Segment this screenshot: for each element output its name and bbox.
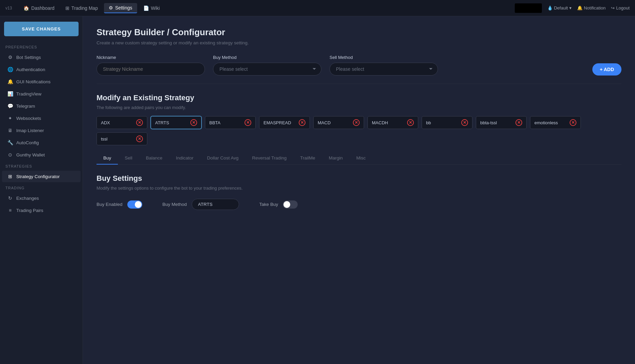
bell-icon: 🔔 <box>577 5 583 10</box>
strategy-tag-bbta-tssl[interactable]: bbta-tssl ✕ <box>476 116 527 129</box>
telegram-label: Telegram <box>16 104 35 109</box>
sidebar-item-gunthy-wallet[interactable]: ⊙ Gunthy Wallet <box>2 149 81 160</box>
nav-dashboard-label: Dashboard <box>31 5 55 11</box>
strategy-tag-remove-macd[interactable]: ✕ <box>353 119 360 126</box>
sidebar-item-telegram[interactable]: 💬 Telegram <box>2 100 81 112</box>
strategies-section-label: Strategies <box>0 161 83 170</box>
preferences-section-label: Preferences <box>0 42 83 51</box>
sidebar-item-autoconfig[interactable]: 🔧 AutoConfig <box>2 137 81 148</box>
strategy-tag-remove-bb[interactable]: ✕ <box>461 119 468 126</box>
add-strategy-button[interactable]: + ADD <box>592 63 621 76</box>
strategy-tag-macd[interactable]: MACD ✕ <box>313 116 364 129</box>
wiki-icon: 📄 <box>143 5 149 11</box>
take-buy-toggle-knob <box>283 201 290 208</box>
nav-item-dashboard[interactable]: 🏠 Dashboard <box>19 3 59 13</box>
nickname-input[interactable] <box>97 63 205 76</box>
websockets-label: Websockets <box>16 116 41 121</box>
save-changes-button[interactable]: SAVE CHANGES <box>4 22 79 36</box>
chevron-down-icon: ▾ <box>569 5 572 10</box>
tradingview-label: TradingView <box>16 91 41 97</box>
strategy-tag-adx[interactable]: ADX ✕ <box>97 116 147 129</box>
strategy-tag-emotionless[interactable]: emotionless ✕ <box>530 116 581 129</box>
gunthy-wallet-label: Gunthy Wallet <box>16 152 45 157</box>
strategy-tag-tssl[interactable]: tssl ✕ <box>97 132 147 145</box>
bell-sidebar-icon: 🔔 <box>7 79 13 84</box>
imap-listener-label: Imap Listener <box>16 128 44 133</box>
sidebar-item-authentication[interactable]: 🌐 Authentication <box>2 64 81 75</box>
strategy-tag-atrts[interactable]: ATRTS ✕ <box>151 116 202 129</box>
tab-dollar-cost-avg[interactable]: Dollar Cost Avg <box>200 152 245 165</box>
sidebar-item-imap-listener[interactable]: 🖥 Imap Listener <box>2 125 81 136</box>
nav-trading-map-label: Trading Map <box>71 5 98 11</box>
trading-pairs-label: Trading Pairs <box>16 208 43 213</box>
exchange-icon: ↻ <box>7 195 13 201</box>
strategy-tag-bb[interactable]: bb ✕ <box>422 116 472 129</box>
logout-button[interactable]: ↪ Logout <box>611 5 630 10</box>
gear-icon: ⚙ <box>7 55 13 60</box>
layout: SAVE CHANGES Preferences ⚙ Bot Settings … <box>0 16 635 364</box>
strategy-tag-label: EMASPREAD <box>263 120 295 125</box>
sidebar-item-trading-pairs[interactable]: ≡ Trading Pairs <box>2 205 81 216</box>
dashboard-icon: 🏠 <box>23 5 29 11</box>
strategy-tag-remove-bbta-tssl[interactable]: ✕ <box>515 119 522 126</box>
notification-button[interactable]: 🔔 Notification <box>577 5 606 10</box>
tab-sell[interactable]: Sell <box>118 152 139 165</box>
modify-section-title: Modify an Existing Strategy <box>97 93 621 102</box>
tab-trailme[interactable]: TrailMe <box>293 152 322 165</box>
sidebar-item-websockets[interactable]: ✦ Websockets <box>2 112 81 124</box>
top-nav: v13 🏠 Dashboard ⊞ Trading Map ⚙ Settings… <box>0 0 635 16</box>
authentication-label: Authentication <box>16 67 45 72</box>
tab-buy[interactable]: Buy <box>97 152 118 165</box>
configurator-icon: ⊞ <box>7 174 13 179</box>
nav-settings-label: Settings <box>115 5 132 10</box>
strategy-configurator-label: Strategy Configurator <box>16 174 60 179</box>
user-box[interactable] <box>515 3 542 13</box>
nav-item-wiki[interactable]: 📄 Wiki <box>139 3 165 13</box>
buy-method-value-input[interactable] <box>192 199 239 210</box>
nav-item-settings[interactable]: ⚙ Settings <box>104 3 137 13</box>
strategy-tag-remove-macdh[interactable]: ✕ <box>407 119 414 126</box>
strategy-tag-bbta[interactable]: BBTA ✕ <box>205 116 256 129</box>
buy-enabled-toggle[interactable] <box>127 200 142 209</box>
strategy-tag-remove-emaspread[interactable]: ✕ <box>299 119 305 126</box>
websocket-icon: ✦ <box>7 115 13 121</box>
buy-method-setting-label: Buy Method <box>163 202 187 207</box>
tab-indicator[interactable]: Indicator <box>169 152 200 165</box>
strategy-tag-label: ADX <box>101 120 133 125</box>
tab-balance[interactable]: Balance <box>139 152 169 165</box>
tab-reversal-trading[interactable]: Reversal Trading <box>245 152 293 165</box>
create-strategy-form: Nickname Buy Method Please select Sell M… <box>97 55 621 76</box>
sidebar-item-gui-notifications[interactable]: 🔔 GUI Notifications <box>2 76 81 87</box>
pairs-icon: ≡ <box>7 208 13 213</box>
sidebar-item-tradingview[interactable]: 📊 TradingView <box>2 88 81 100</box>
strategy-tag-macdh[interactable]: MACDH ✕ <box>367 116 418 129</box>
nickname-label: Nickname <box>97 55 205 60</box>
nav-item-trading-map[interactable]: ⊞ Trading Map <box>61 3 103 13</box>
sell-method-select[interactable]: Please select <box>330 63 438 76</box>
sidebar-item-bot-settings[interactable]: ⚙ Bot Settings <box>2 51 81 63</box>
strategy-tag-remove-adx[interactable]: ✕ <box>136 119 143 126</box>
buy-settings-title: Buy Settings <box>97 174 621 183</box>
section-divider <box>97 84 621 84</box>
take-buy-toggle[interactable] <box>283 200 298 209</box>
buy-method-select[interactable]: Please select <box>213 63 321 76</box>
nav-wiki-label: Wiki <box>151 5 160 11</box>
sell-method-label: Sell Method <box>330 55 438 60</box>
trading-map-icon: ⊞ <box>65 5 69 11</box>
strategy-tag-remove-emotionless[interactable]: ✕ <box>570 119 576 126</box>
strategy-tag-remove-tssl[interactable]: ✕ <box>136 135 143 142</box>
default-dropdown[interactable]: 💧 Default ▾ <box>547 5 572 10</box>
sidebar-item-exchanges[interactable]: ↻ Exchanges <box>2 192 81 204</box>
tab-misc[interactable]: Misc <box>350 152 373 165</box>
strategy-tag-remove-bbta[interactable]: ✕ <box>245 119 251 126</box>
nickname-group: Nickname <box>97 55 205 76</box>
strategy-tag-remove-atrts[interactable]: ✕ <box>190 119 197 126</box>
imap-icon: 🖥 <box>7 128 13 133</box>
globe-icon: 🌐 <box>7 67 13 72</box>
settings-tabs: BuySellBalanceIndicatorDollar Cost AvgRe… <box>97 152 621 165</box>
strategy-tag-emaspread[interactable]: EMASPREAD ✕ <box>259 116 310 129</box>
tab-margin[interactable]: Margin <box>322 152 350 165</box>
buy-enabled-item: Buy Enabled <box>97 200 142 209</box>
chart-icon: 📊 <box>7 91 13 97</box>
sidebar-item-strategy-configurator[interactable]: ⊞ Strategy Configurator <box>2 171 81 182</box>
